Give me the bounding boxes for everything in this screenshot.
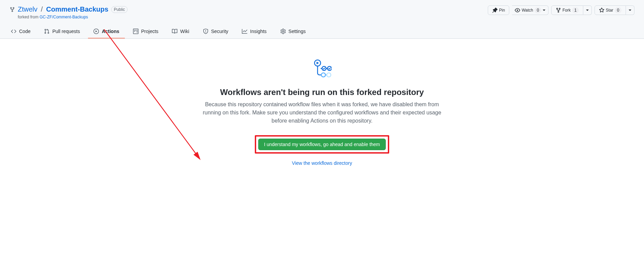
- blankslate-title: Workflows aren't being run on this forke…: [220, 88, 424, 97]
- repo-separator: /: [41, 5, 43, 13]
- project-icon: [133, 29, 138, 34]
- code-icon: [11, 29, 16, 34]
- view-workflows-link[interactable]: View the workflows directory: [292, 160, 352, 166]
- tab-security[interactable]: Security: [197, 25, 234, 38]
- fork-icon: [10, 7, 15, 12]
- gear-icon: [280, 29, 286, 34]
- chevron-down-icon: [543, 10, 545, 11]
- eye-icon: [515, 7, 520, 13]
- fork-count: 1: [572, 7, 579, 13]
- tab-code[interactable]: Code: [5, 25, 36, 38]
- repo-name-link[interactable]: Comment-Backups: [46, 5, 108, 13]
- chevron-down-icon: [586, 10, 589, 11]
- star-count: 0: [615, 7, 621, 13]
- fork-button[interactable]: Fork 1: [551, 5, 583, 15]
- graph-icon: [242, 29, 247, 34]
- shield-icon: [203, 29, 208, 34]
- forked-from-text: forked from GC-ZF/Comment-Backups: [18, 15, 128, 19]
- highlight-annotation: I understand my workflows, go ahead and …: [255, 135, 389, 154]
- tab-projects[interactable]: Projects: [128, 25, 164, 38]
- star-icon: [599, 7, 604, 13]
- play-icon: [93, 29, 99, 34]
- svg-point-5: [321, 73, 325, 77]
- svg-point-6: [327, 73, 331, 77]
- workflow-illustration: [312, 59, 332, 79]
- watch-button[interactable]: Watch 0: [512, 5, 548, 15]
- fork-icon: [556, 7, 561, 13]
- chevron-down-icon: [629, 10, 631, 11]
- book-icon: [172, 29, 177, 34]
- repo-title: Ztwelv / Comment-Backups Public: [10, 5, 128, 13]
- tab-insights[interactable]: Insights: [236, 25, 272, 38]
- svg-line-1: [104, 29, 200, 159]
- pin-icon: [492, 7, 498, 13]
- action-buttons: Pin Watch 0 Fork 1: [488, 5, 634, 15]
- annotation-arrow: [104, 29, 206, 165]
- watch-count: 0: [535, 7, 541, 13]
- star-button[interactable]: Star 0: [595, 5, 626, 15]
- star-dropdown[interactable]: [626, 5, 634, 15]
- repo-owner-link[interactable]: Ztwelv: [18, 5, 38, 13]
- forked-from-link[interactable]: GC-ZF/Comment-Backups: [40, 15, 88, 19]
- visibility-badge: Public: [111, 6, 128, 13]
- main-content: Workflows aren't being run on this forke…: [0, 39, 644, 186]
- pin-button[interactable]: Pin: [488, 5, 509, 15]
- tab-wiki[interactable]: Wiki: [166, 25, 194, 38]
- tab-pull-requests[interactable]: Pull requests: [39, 25, 85, 38]
- pull-request-icon: [44, 29, 49, 34]
- enable-workflows-button[interactable]: I understand my workflows, go ahead and …: [258, 139, 386, 150]
- fork-dropdown[interactable]: [583, 5, 592, 15]
- repo-tabs: Code Pull requests Actions Projects Wiki…: [0, 25, 644, 38]
- tab-settings[interactable]: Settings: [275, 25, 311, 38]
- blankslate-description: Because this repository contained workfl…: [199, 100, 445, 125]
- repo-header: Ztwelv / Comment-Backups Public forked f…: [0, 0, 644, 19]
- tab-actions[interactable]: Actions: [88, 25, 125, 38]
